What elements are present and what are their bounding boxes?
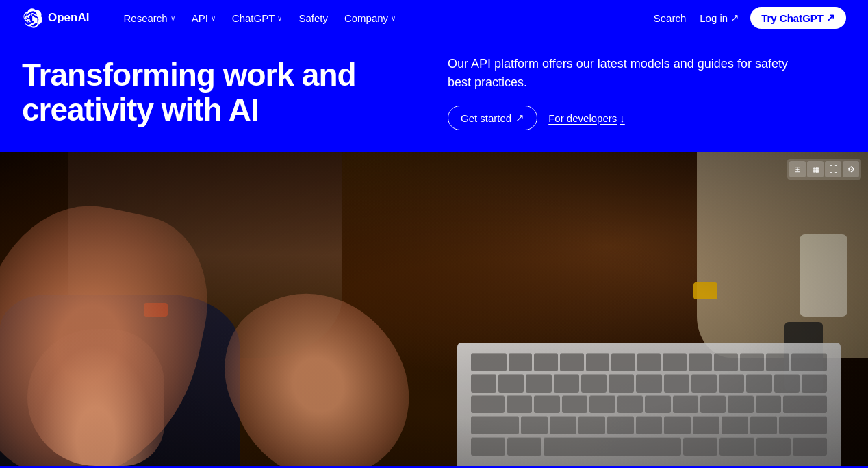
get-started-button[interactable]: Get started ↗ <box>448 106 537 130</box>
hero-heading: Transforming work and creativity with AI <box>22 58 420 127</box>
phone-on-couch <box>800 234 847 317</box>
laptop-body <box>457 343 841 466</box>
hero-buttons: Get started ↗ For developers ↓ <box>448 106 846 130</box>
keyboard-row-2 <box>471 374 827 393</box>
logo-link[interactable]: OpenAI <box>22 8 89 28</box>
for-developers-button[interactable]: For developers ↓ <box>548 112 625 124</box>
nav-chatgpt[interactable]: ChatGPT ∨ <box>225 8 290 28</box>
keyboard-row-1 <box>471 353 827 371</box>
view-fullscreen-button[interactable]: ⛶ <box>825 161 841 177</box>
hand-overlay-bottom <box>27 329 164 466</box>
chatgpt-chevron-icon: ∨ <box>277 14 282 22</box>
nav-actions: Search Log in ↗ Try ChatGPT ↗ <box>651 7 846 29</box>
nav-safety[interactable]: Safety <box>292 8 335 28</box>
keyboard <box>471 353 827 456</box>
nav-company[interactable]: Company ∨ <box>337 8 403 28</box>
nav-research[interactable]: Research ∨ <box>116 8 181 28</box>
nav-api[interactable]: API ∨ <box>185 8 222 28</box>
image-controls: ⊞ ▦ ⛶ ⚙ <box>787 159 861 180</box>
navbar: OpenAI Research ∨ API ∨ ChatGPT ∨ Safety… <box>0 0 868 36</box>
view-grid-medium-button[interactable]: ▦ <box>807 161 824 177</box>
hero-right: Our API platform offers our latest model… <box>448 55 846 130</box>
search-button[interactable]: Search <box>651 8 689 28</box>
hero-left: Transforming work and creativity with AI <box>22 58 420 127</box>
try-chatgpt-button[interactable]: Try ChatGPT ↗ <box>750 7 846 29</box>
keyboard-row-3 <box>471 395 827 414</box>
hero-image-container: ⊞ ▦ ⛶ ⚙ <box>0 152 868 466</box>
hero-photo <box>0 152 868 466</box>
nav-links: Research ∨ API ∨ ChatGPT ∨ Safety Compan… <box>116 8 650 28</box>
keyboard-row-4 <box>471 416 827 434</box>
for-dev-arrow-icon: ↓ <box>620 112 625 124</box>
wristwatch-right <box>693 282 717 299</box>
hero-description: Our API platform offers our latest model… <box>448 55 790 92</box>
hero-section: Transforming work and creativity with AI… <box>0 36 868 152</box>
company-chevron-icon: ∨ <box>391 14 396 22</box>
research-chevron-icon: ∨ <box>170 14 175 22</box>
try-arrow-icon: ↗ <box>826 12 835 24</box>
view-settings-button[interactable]: ⚙ <box>843 161 859 177</box>
login-arrow-icon: ↗ <box>730 12 739 24</box>
view-grid-small-button[interactable]: ⊞ <box>789 161 806 177</box>
get-started-arrow-icon: ↗ <box>515 112 524 124</box>
brand-name: OpenAI <box>48 11 89 25</box>
openai-logo-icon <box>22 8 42 28</box>
keyboard-row-5 <box>471 437 827 456</box>
login-button[interactable]: Log in ↗ <box>700 12 739 24</box>
api-chevron-icon: ∨ <box>211 14 216 22</box>
